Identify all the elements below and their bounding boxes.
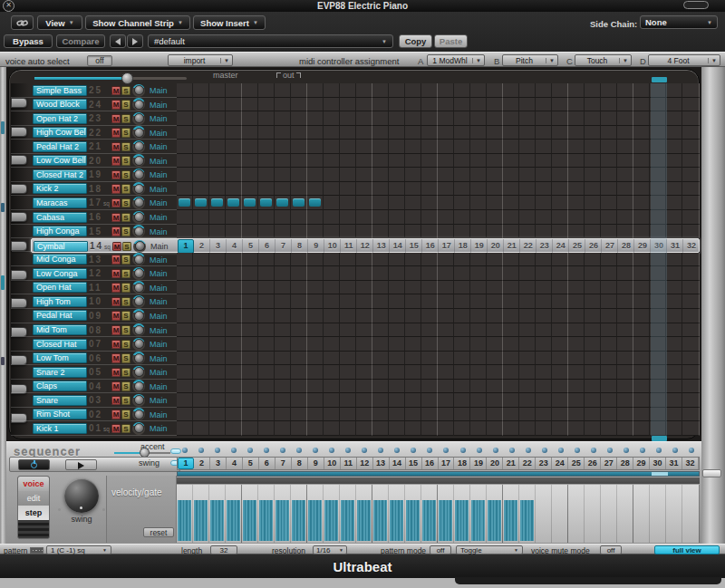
step-cell[interactable] [536,294,552,309]
step-cell[interactable] [682,408,699,422]
voice-name-field[interactable]: Open Hat 2 [33,113,87,124]
gate-end-handle[interactable] [702,469,721,477]
step-cell[interactable] [487,337,503,352]
step-cell[interactable] [275,98,291,112]
step-cell[interactable] [372,380,389,394]
solo-button[interactable]: S [121,128,130,138]
step-cell[interactable] [585,168,601,182]
accent-step-led[interactable] [591,448,596,453]
step-cell[interactable] [454,182,470,197]
sequencer-step-number[interactable]: 5 [243,458,259,469]
step-cell[interactable] [258,281,275,295]
step-cell[interactable] [601,225,617,239]
step-cell[interactable] [601,294,617,309]
step-cell[interactable] [372,253,389,267]
solo-button[interactable]: S [121,255,130,265]
step-cell[interactable] [470,126,487,140]
solo-button[interactable]: S [121,170,130,180]
step-cell[interactable] [226,140,242,154]
step-cell[interactable] [421,323,438,338]
step-cell[interactable] [633,365,650,380]
step-cell[interactable] [633,83,650,98]
step-cell[interactable] [519,309,536,323]
step-cell[interactable] [209,352,226,366]
voice-key[interactable] [11,212,27,222]
step-cell[interactable] [438,337,454,352]
step-cell[interactable] [242,182,258,197]
output-select[interactable]: Main [150,255,168,265]
step-cell[interactable] [372,266,389,281]
step-cell[interactable] [405,266,421,281]
sequencer-step-number[interactable]: 2 [194,458,210,469]
step-cell[interactable] [405,168,421,182]
step-cell[interactable] [340,380,356,394]
step-cell[interactable] [487,408,503,422]
step-cell[interactable] [242,352,258,366]
solo-button[interactable]: S [121,269,130,279]
step-cell[interactable] [633,380,650,394]
step-cell[interactable] [275,111,291,126]
velocity-column[interactable] [226,485,242,543]
step-cell[interactable] [536,352,552,366]
sequencer-step-number[interactable]: 18 [454,458,470,469]
step-cell[interactable] [454,294,470,309]
step-cell[interactable] [633,352,650,366]
step-cell[interactable] [552,225,568,239]
output-select[interactable]: Main [150,410,168,419]
step-cell[interactable] [601,83,617,98]
step-cell[interactable] [601,380,617,394]
step-cell[interactable] [487,380,503,394]
accent-step-led[interactable] [460,448,466,453]
step-cell[interactable] [242,323,258,338]
step-cell[interactable] [470,98,487,112]
sequencer-step-number[interactable]: 1 [178,458,194,469]
sequencer-step-number[interactable]: 21 [503,458,519,469]
step-cell[interactable] [258,225,275,239]
solo-button[interactable]: S [121,156,130,166]
step-cell[interactable] [226,154,242,169]
step-cell[interactable] [601,393,617,408]
step-cell[interactable] [372,323,389,338]
step-cell[interactable] [421,98,438,112]
step-cell[interactable] [503,294,519,309]
step-cell[interactable] [438,98,454,112]
step-cell[interactable] [470,266,487,281]
step-cell[interactable] [617,225,633,239]
step-cell[interactable] [226,421,242,436]
voice-name-field[interactable]: High Tom [33,296,87,307]
step-number-cell[interactable]: 27 [602,239,618,254]
step-cell[interactable] [389,225,405,239]
step-cell[interactable] [405,83,421,98]
step-cell[interactable] [617,365,633,380]
step-cell[interactable] [682,281,699,295]
voice-name-field[interactable]: Mid Conga [33,254,87,265]
step-cell[interactable] [682,111,699,126]
step-cell[interactable] [372,393,389,408]
step-cell[interactable] [585,281,601,295]
step-cell[interactable] [275,421,291,436]
step-cell[interactable] [568,365,585,380]
step-cell[interactable] [438,154,454,169]
solo-button[interactable]: S [121,396,130,406]
slot-d-select[interactable]: 4 Foot▼ [648,54,720,66]
voice-mode-button[interactable]: voice [18,477,49,491]
sequencer-step-number[interactable]: 15 [406,458,422,469]
step-cell[interactable] [470,294,487,309]
solo-button[interactable]: S [121,325,130,335]
step-cell[interactable] [617,281,633,295]
step-cell[interactable] [601,365,617,380]
solo-button[interactable]: S [121,340,130,350]
step-cell[interactable] [438,393,454,408]
step-cell[interactable] [552,365,568,380]
step-cell[interactable] [682,196,699,210]
step-cell[interactable] [487,98,503,112]
step-cell[interactable] [666,111,682,126]
step-cell[interactable] [552,168,568,182]
step-cell[interactable] [405,309,421,323]
step-cell[interactable] [519,380,536,394]
accent-step-led[interactable] [689,448,694,453]
step-cell[interactable] [177,126,193,140]
step-cell[interactable] [487,352,503,366]
sequencer-step-number[interactable]: 27 [601,458,617,469]
solo-button[interactable]: S [121,297,130,307]
